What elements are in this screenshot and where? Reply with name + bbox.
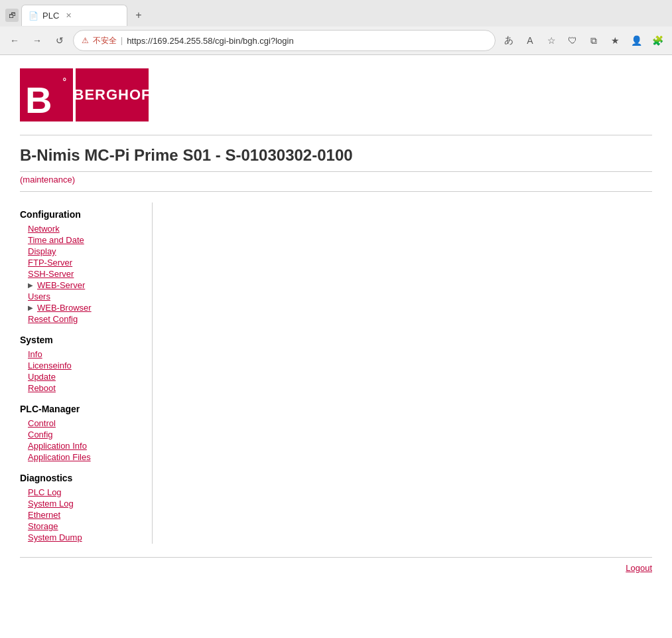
sidebar-link-item: Application Info (20, 441, 141, 451)
logo-container: B ° BERGHOF (20, 68, 652, 121)
sidebar-link-item: ▶WEB-Server (20, 280, 141, 290)
logo-b-wrapper: B ° (20, 68, 73, 121)
expand-arrow-icon: ▶ (28, 304, 33, 311)
tab-bar: 🗗 📄 PLC ✕ + (0, 0, 672, 27)
sidebar-link-item: FTP-Server (20, 258, 141, 268)
translate2-icon[interactable]: A (521, 31, 539, 50)
page-title: B-Nimis MC-Pi Prime S01 - S-01030302-010… (20, 146, 652, 172)
address-bar-row: ← → ↺ ⚠ 不安全 | https://169.254.255.58/cgi… (0, 27, 672, 54)
sidebar-link-item: Time and Date (20, 235, 141, 245)
sidebar-link-item: Ethernet (20, 510, 141, 520)
sidebar-link-item: Licenseinfo (20, 360, 141, 370)
sidebar-link-item: Users (20, 291, 141, 301)
sidebar-item-network[interactable]: Network (28, 224, 60, 234)
sidebar-link-item: Storage (20, 521, 141, 531)
sidebar-link-item: PLC Log (20, 487, 141, 497)
sidebar-link-item: SSH-Server (20, 269, 141, 279)
forward-button[interactable]: → (28, 31, 46, 50)
sidebar-item-application-files[interactable]: Application Files (28, 452, 91, 462)
new-tab-button[interactable]: + (130, 7, 147, 24)
tab-icon: 📄 (29, 11, 38, 21)
logo-berghof: BERGHOF (76, 68, 149, 121)
sidebar-item-display[interactable]: Display (28, 246, 56, 256)
sidebar-link-item: Display (20, 246, 141, 256)
middle-divider (20, 191, 652, 192)
sidebar-link-item: Info (20, 349, 141, 359)
bookmark-star-icon[interactable]: ☆ (542, 31, 561, 50)
logo-degree-dot: ° (62, 76, 66, 87)
tab-title: PLC (42, 11, 59, 21)
sidebar-item-licenseinfo[interactable]: Licenseinfo (28, 360, 72, 370)
sidebar-item-ssh-server[interactable]: SSH-Server (28, 269, 74, 279)
sidebar-link-item: Reboot (20, 383, 141, 393)
sidebar-item-reboot[interactable]: Reboot (28, 383, 56, 393)
sidebar-link-item: ▶WEB-Browser (20, 303, 141, 313)
sidebar-item-info[interactable]: Info (28, 349, 42, 359)
page-footer: Logout (20, 557, 652, 573)
translate-icon[interactable]: あ (500, 31, 518, 50)
favorites-icon[interactable]: ★ (606, 31, 624, 50)
sidebar-item-reset-config[interactable]: Reset Config (28, 314, 78, 324)
back-button[interactable]: ← (5, 31, 24, 50)
sidebar-item-config[interactable]: Config (28, 430, 53, 439)
shield-icon[interactable]: 🛡 (563, 31, 582, 50)
address-bar[interactable]: ⚠ 不安全 | https://169.254.255.58/cgi-bin/b… (73, 30, 496, 51)
address-separator: | (121, 36, 123, 45)
sidebar-link-item: System Dump (20, 532, 141, 542)
logo-berghof-text: BERGHOF (74, 86, 151, 104)
url-text[interactable]: https://169.254.255.58/cgi-bin/bgh.cgi?l… (127, 36, 487, 46)
sidebar-link-item: Application Files (20, 452, 141, 462)
security-warning-icon: ⚠ (82, 36, 89, 45)
sidebar-item-time-and-date[interactable]: Time and Date (28, 235, 84, 245)
top-divider (20, 135, 652, 135)
sidebar-item-ftp-server[interactable]: FTP-Server (28, 258, 72, 268)
insecure-label: 不安全 (93, 35, 117, 46)
reload-button[interactable]: ↺ (50, 31, 69, 50)
main-content-area (153, 202, 652, 544)
sidebar-section-title-2: PLC-Manager (20, 404, 141, 414)
sidebar-item-users[interactable]: Users (28, 291, 50, 301)
main-layout: ConfigurationNetworkTime and DateDisplay… (20, 202, 652, 544)
sidebar-item-control[interactable]: Control (28, 418, 56, 428)
sidebar-item-system-dump[interactable]: System Dump (28, 532, 82, 542)
sidebar-item-system-log[interactable]: System Log (28, 499, 74, 509)
maintenance-label: (maintenance) (20, 175, 652, 185)
sidebar-item-web-browser[interactable]: WEB-Browser (37, 303, 92, 313)
sidebar-item-storage[interactable]: Storage (28, 521, 58, 531)
window-collapse-btn[interactable]: 🗗 (5, 9, 19, 22)
sidebar-link-item: System Log (20, 499, 141, 509)
logout-link[interactable]: Logout (626, 563, 652, 573)
sidebar-link-item: Config (20, 430, 141, 439)
sidebar-section-title-1: System (20, 335, 141, 345)
sidebar-link-item: Reset Config (20, 314, 141, 324)
extensions-icon[interactable]: 🧩 (648, 31, 667, 50)
sidebar-link-item: Control (20, 418, 141, 428)
sidebar-item-update[interactable]: Update (28, 372, 56, 382)
split-view-icon[interactable]: ⧉ (584, 31, 603, 50)
sidebar: ConfigurationNetworkTime and DateDisplay… (20, 202, 153, 544)
sidebar-item-application-info[interactable]: Application Info (28, 441, 87, 451)
logo-b-letter: B (21, 82, 52, 120)
sidebar-section-title-0: Configuration (20, 209, 141, 220)
sidebar-link-item: Update (20, 372, 141, 382)
sidebar-item-ethernet[interactable]: Ethernet (28, 510, 60, 520)
active-tab[interactable]: 📄 PLC ✕ (21, 5, 127, 26)
sidebar-item-plc-log[interactable]: PLC Log (28, 487, 62, 497)
page-content: B ° BERGHOF B-Nimis MC-Pi Prime S01 - S-… (0, 55, 672, 626)
browser-chrome: 🗗 📄 PLC ✕ + ← → ↺ ⚠ 不安全 | https://169.25… (0, 0, 672, 55)
profile-icon[interactable]: 👤 (627, 31, 645, 50)
toolbar-icons: あ A ☆ 🛡 ⧉ ★ 👤 🧩 (500, 31, 667, 50)
tab-close-btn[interactable]: ✕ (66, 11, 72, 20)
sidebar-link-item: Network (20, 224, 141, 234)
sidebar-item-web-server[interactable]: WEB-Server (37, 280, 85, 290)
sidebar-section-title-3: Diagnostics (20, 473, 141, 483)
expand-arrow-icon: ▶ (28, 281, 33, 289)
